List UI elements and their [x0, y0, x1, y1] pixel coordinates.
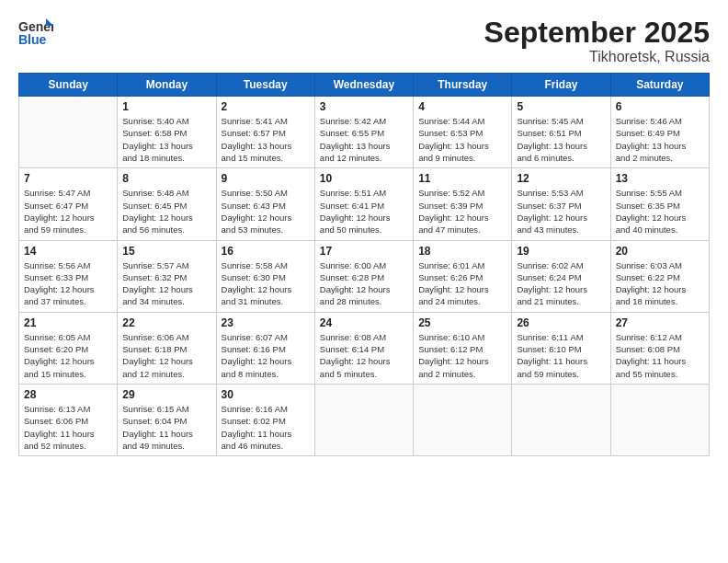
day-number: 23	[222, 316, 310, 329]
table-row: 6Sunrise: 5:46 AM Sunset: 6:49 PM Daylig…	[610, 97, 709, 168]
table-row: 5Sunrise: 5:45 AM Sunset: 6:51 PM Daylig…	[512, 97, 610, 168]
day-info: Sunrise: 5:55 AM Sunset: 6:35 PM Dayligh…	[616, 187, 704, 236]
day-info: Sunrise: 6:07 AM Sunset: 6:16 PM Dayligh…	[222, 331, 310, 380]
day-number: 28	[24, 388, 112, 401]
table-row: 23Sunrise: 6:07 AM Sunset: 6:16 PM Dayli…	[216, 312, 314, 384]
day-number: 22	[122, 316, 210, 329]
day-number: 24	[320, 316, 408, 329]
day-number: 19	[517, 245, 605, 258]
day-number: 1	[122, 100, 210, 113]
day-info: Sunrise: 5:42 AM Sunset: 6:55 PM Dayligh…	[320, 115, 408, 164]
table-row: 29Sunrise: 6:15 AM Sunset: 6:04 PM Dayli…	[118, 384, 216, 455]
col-thursday: Thursday	[414, 74, 512, 97]
day-number: 29	[122, 388, 210, 401]
table-row: 27Sunrise: 6:12 AM Sunset: 6:08 PM Dayli…	[610, 312, 709, 384]
day-number: 5	[517, 100, 605, 113]
day-number: 15	[122, 245, 210, 258]
day-info: Sunrise: 5:41 AM Sunset: 6:57 PM Dayligh…	[222, 115, 310, 164]
table-row: 2Sunrise: 5:41 AM Sunset: 6:57 PM Daylig…	[216, 97, 314, 168]
table-row: 25Sunrise: 6:10 AM Sunset: 6:12 PM Dayli…	[414, 312, 512, 384]
title-block: September 2025 Tikhoretsk, Russia	[484, 17, 710, 65]
day-number: 26	[517, 316, 605, 329]
day-info: Sunrise: 6:15 AM Sunset: 6:04 PM Dayligh…	[122, 403, 210, 452]
calendar-week-row: 1Sunrise: 5:40 AM Sunset: 6:58 PM Daylig…	[19, 97, 710, 168]
day-info: Sunrise: 5:56 AM Sunset: 6:33 PM Dayligh…	[24, 259, 112, 308]
header: General Blue September 2025 Tikhoretsk, …	[18, 17, 710, 65]
col-friday: Friday	[512, 74, 610, 97]
table-row: 28Sunrise: 6:13 AM Sunset: 6:06 PM Dayli…	[19, 384, 118, 455]
table-row: 21Sunrise: 6:05 AM Sunset: 6:20 PM Dayli…	[19, 312, 118, 384]
day-info: Sunrise: 5:53 AM Sunset: 6:37 PM Dayligh…	[517, 187, 605, 236]
day-info: Sunrise: 6:03 AM Sunset: 6:22 PM Dayligh…	[616, 259, 704, 308]
calendar-week-row: 14Sunrise: 5:56 AM Sunset: 6:33 PM Dayli…	[19, 240, 710, 312]
calendar-week-row: 7Sunrise: 5:47 AM Sunset: 6:47 PM Daylig…	[19, 168, 710, 240]
day-info: Sunrise: 6:02 AM Sunset: 6:24 PM Dayligh…	[517, 259, 605, 308]
day-number: 2	[222, 100, 310, 113]
calendar-header-row: Sunday Monday Tuesday Wednesday Thursday…	[19, 74, 710, 97]
table-row: 17Sunrise: 6:00 AM Sunset: 6:28 PM Dayli…	[314, 240, 413, 312]
day-info: Sunrise: 5:50 AM Sunset: 6:43 PM Dayligh…	[222, 187, 310, 236]
day-number: 11	[418, 172, 506, 185]
day-info: Sunrise: 5:52 AM Sunset: 6:39 PM Dayligh…	[418, 187, 506, 236]
table-row: 16Sunrise: 5:58 AM Sunset: 6:30 PM Dayli…	[216, 240, 314, 312]
day-info: Sunrise: 6:16 AM Sunset: 6:02 PM Dayligh…	[222, 403, 310, 452]
table-row: 20Sunrise: 6:03 AM Sunset: 6:22 PM Dayli…	[610, 240, 709, 312]
table-row: 10Sunrise: 5:51 AM Sunset: 6:41 PM Dayli…	[314, 168, 413, 240]
day-info: Sunrise: 6:10 AM Sunset: 6:12 PM Dayligh…	[418, 331, 506, 380]
day-number: 3	[320, 100, 408, 113]
day-number: 10	[320, 172, 408, 185]
col-saturday: Saturday	[610, 74, 709, 97]
day-number: 6	[616, 100, 704, 113]
page: General Blue September 2025 Tikhoretsk, …	[0, 0, 728, 563]
day-number: 17	[320, 245, 408, 258]
logo: General Blue	[18, 17, 53, 50]
col-sunday: Sunday	[19, 74, 118, 97]
day-info: Sunrise: 5:46 AM Sunset: 6:49 PM Dayligh…	[616, 115, 704, 164]
table-row	[414, 384, 512, 455]
calendar-subtitle: Tikhoretsk, Russia	[484, 49, 710, 65]
table-row	[19, 97, 118, 168]
day-info: Sunrise: 6:13 AM Sunset: 6:06 PM Dayligh…	[24, 403, 112, 452]
day-number: 4	[418, 100, 506, 113]
day-info: Sunrise: 5:44 AM Sunset: 6:53 PM Dayligh…	[418, 115, 506, 164]
table-row: 24Sunrise: 6:08 AM Sunset: 6:14 PM Dayli…	[314, 312, 413, 384]
day-number: 9	[222, 172, 310, 185]
day-info: Sunrise: 5:40 AM Sunset: 6:58 PM Dayligh…	[122, 115, 210, 164]
day-number: 16	[222, 245, 310, 258]
calendar-title: September 2025	[484, 17, 710, 49]
day-info: Sunrise: 5:48 AM Sunset: 6:45 PM Dayligh…	[122, 187, 210, 236]
day-number: 12	[517, 172, 605, 185]
table-row: 18Sunrise: 6:01 AM Sunset: 6:26 PM Dayli…	[414, 240, 512, 312]
col-monday: Monday	[118, 74, 216, 97]
day-info: Sunrise: 5:58 AM Sunset: 6:30 PM Dayligh…	[222, 259, 310, 308]
day-number: 27	[616, 316, 704, 329]
day-info: Sunrise: 6:06 AM Sunset: 6:18 PM Dayligh…	[122, 331, 210, 380]
day-number: 13	[616, 172, 704, 185]
day-number: 14	[24, 245, 112, 258]
day-info: Sunrise: 5:45 AM Sunset: 6:51 PM Dayligh…	[517, 115, 605, 164]
table-row	[610, 384, 709, 455]
table-row: 13Sunrise: 5:55 AM Sunset: 6:35 PM Dayli…	[610, 168, 709, 240]
day-number: 20	[616, 245, 704, 258]
day-info: Sunrise: 6:08 AM Sunset: 6:14 PM Dayligh…	[320, 331, 408, 380]
calendar-week-row: 28Sunrise: 6:13 AM Sunset: 6:06 PM Dayli…	[19, 384, 710, 455]
table-row: 26Sunrise: 6:11 AM Sunset: 6:10 PM Dayli…	[512, 312, 610, 384]
day-number: 18	[418, 245, 506, 258]
day-info: Sunrise: 6:00 AM Sunset: 6:28 PM Dayligh…	[320, 259, 408, 308]
day-number: 8	[122, 172, 210, 185]
table-row: 7Sunrise: 5:47 AM Sunset: 6:47 PM Daylig…	[19, 168, 118, 240]
day-info: Sunrise: 5:51 AM Sunset: 6:41 PM Dayligh…	[320, 187, 408, 236]
day-info: Sunrise: 6:11 AM Sunset: 6:10 PM Dayligh…	[517, 331, 605, 380]
day-info: Sunrise: 6:05 AM Sunset: 6:20 PM Dayligh…	[24, 331, 112, 380]
table-row: 14Sunrise: 5:56 AM Sunset: 6:33 PM Dayli…	[19, 240, 118, 312]
day-number: 30	[222, 388, 310, 401]
col-tuesday: Tuesday	[216, 74, 314, 97]
table-row: 12Sunrise: 5:53 AM Sunset: 6:37 PM Dayli…	[512, 168, 610, 240]
table-row: 4Sunrise: 5:44 AM Sunset: 6:53 PM Daylig…	[414, 97, 512, 168]
table-row: 15Sunrise: 5:57 AM Sunset: 6:32 PM Dayli…	[118, 240, 216, 312]
day-info: Sunrise: 6:12 AM Sunset: 6:08 PM Dayligh…	[616, 331, 704, 380]
table-row	[512, 384, 610, 455]
calendar-table: Sunday Monday Tuesday Wednesday Thursday…	[18, 73, 710, 456]
logo-icon: General Blue	[18, 17, 53, 50]
calendar-week-row: 21Sunrise: 6:05 AM Sunset: 6:20 PM Dayli…	[19, 312, 710, 384]
